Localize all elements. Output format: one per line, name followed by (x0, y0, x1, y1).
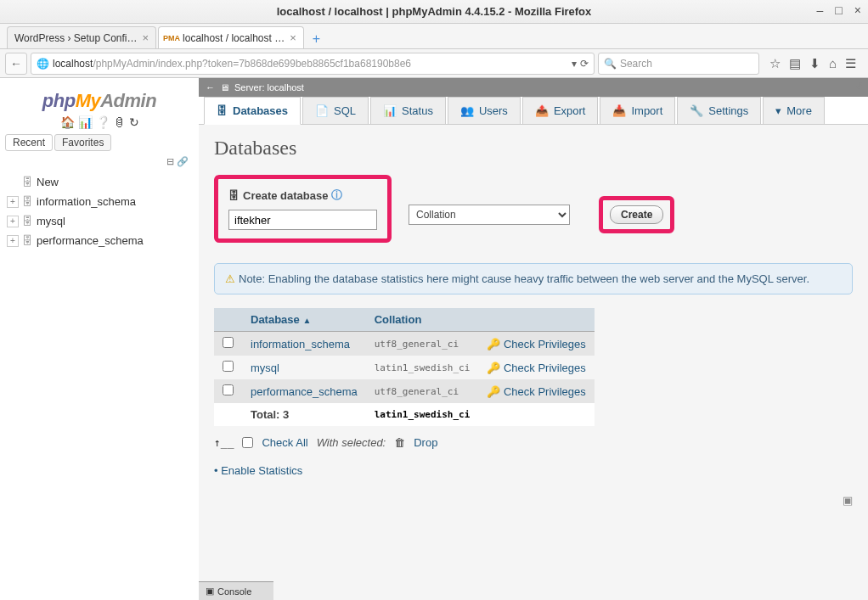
drop-icon: 🗑 (394, 436, 405, 449)
link-icon[interactable]: 🔗 (177, 156, 189, 166)
row-checkbox[interactable] (223, 337, 234, 348)
table-total-row: Total: 3 latin1_swedish_ci (214, 403, 595, 426)
database-new-icon: 🗄 (22, 176, 33, 188)
dropdown-icon[interactable]: ▾ (568, 58, 580, 70)
privileges-icon: 🔑 (487, 385, 500, 398)
total-label: Total: 3 (242, 403, 366, 426)
bookmark-star-icon[interactable]: ☆ (769, 56, 781, 71)
check-privileges-link[interactable]: Check Privileges (504, 338, 586, 350)
expand-icon[interactable]: + (7, 235, 19, 247)
create-database-panel: 🗄 Create database ⓘ (214, 175, 392, 243)
collation-cell: latin1_swedish_ci (366, 356, 479, 379)
server-icon: 🖥 (220, 82, 229, 93)
phpmyadmin-favicon-icon: PMA (166, 32, 178, 44)
tree-item-new[interactable]: 🗄 New (5, 172, 194, 192)
docs-icon[interactable]: ❔ (96, 115, 110, 129)
browser-tab[interactable]: WordPress › Setup Confi… × (7, 26, 156, 48)
tab-import[interactable]: 📥Import (600, 97, 675, 124)
warning-icon: ⚠ (225, 272, 235, 285)
console-expand-icon: ▣ (206, 586, 214, 597)
tab-label: WordPress › Setup Confi… (14, 32, 138, 44)
column-collation[interactable]: Collation (366, 308, 479, 332)
collation-select[interactable]: Collation (409, 205, 570, 225)
bookmark-page-icon[interactable]: ▣ (843, 494, 853, 507)
collapse-icon[interactable]: ⊟ (166, 156, 174, 166)
check-privileges-link[interactable]: Check Privileges (504, 385, 586, 398)
tab-status[interactable]: 📊Status (370, 97, 446, 124)
window-title: localhost / localhost | phpMyAdmin 4.4.1… (277, 5, 592, 18)
check-privileges-link[interactable]: Check Privileges (504, 362, 586, 374)
export-icon: 📤 (535, 104, 549, 117)
database-link[interactable]: mysql (251, 362, 279, 374)
row-checkbox[interactable] (223, 361, 234, 372)
database-icon: 🗄 (22, 215, 33, 227)
expand-icon[interactable]: + (7, 196, 19, 208)
home-icon[interactable]: ⌂ (829, 56, 837, 70)
check-all-link[interactable]: Check All (262, 436, 307, 449)
browser-tab[interactable]: PMA localhost / localhost … × (158, 26, 304, 48)
close-icon[interactable]: × (290, 31, 296, 44)
total-collation: latin1_swedish_ci (366, 403, 479, 426)
window-close-icon[interactable]: × (854, 3, 861, 17)
logout-icon[interactable]: 📊 (78, 115, 93, 129)
sidebar-quick-icons: 🏠 📊 ❔ 🛢 ↻ (5, 115, 194, 129)
downloads-icon[interactable]: ⬇ (809, 56, 820, 71)
import-icon: 📥 (612, 104, 626, 117)
collation-cell: utf8_general_ci (366, 332, 479, 356)
enable-statistics-link[interactable]: Enable Statistics (221, 464, 302, 477)
database-link[interactable]: information_schema (251, 338, 350, 350)
tab-databases[interactable]: 🗄Databases (204, 97, 301, 125)
tab-label: localhost / localhost … (183, 32, 285, 44)
gear-icon: 🔧 (690, 104, 703, 117)
tab-sql[interactable]: 📄SQL (302, 97, 369, 124)
database-add-icon: 🗄 (228, 189, 240, 202)
sort-asc-icon: ▲ (302, 316, 311, 325)
search-icon: 🔍 (604, 58, 617, 70)
url-input[interactable]: 🌐 localhost/phpMyAdmin/index.php?token=7… (31, 53, 595, 75)
privileges-icon: 🔑 (487, 362, 500, 374)
browser-search-input[interactable]: 🔍 Search (598, 53, 759, 75)
check-all-checkbox[interactable] (242, 437, 253, 448)
close-icon[interactable]: × (143, 31, 149, 44)
reload-icon[interactable]: ↻ (129, 115, 139, 129)
window-titlebar: localhost / localhost | phpMyAdmin 4.4.1… (0, 0, 868, 24)
column-database[interactable]: Database ▲ (242, 308, 366, 332)
tab-more[interactable]: ▾More (763, 97, 825, 124)
tree-item-db[interactable]: +🗄 performance_schema (5, 231, 194, 250)
menu-icon[interactable]: ☰ (845, 56, 856, 71)
collapse-sidebar-icon[interactable]: ← (206, 82, 215, 93)
help-icon[interactable]: ⓘ (331, 188, 342, 203)
tab-export[interactable]: 📤Export (522, 97, 599, 124)
tab-users[interactable]: 👥Users (448, 97, 521, 124)
row-checkbox[interactable] (223, 384, 234, 395)
sql-icon[interactable]: 🛢 (114, 115, 126, 129)
library-icon[interactable]: ▤ (789, 56, 801, 71)
tab-settings[interactable]: 🔧Settings (677, 97, 761, 124)
console-toggle[interactable]: ▣ Console (199, 581, 273, 600)
create-button[interactable]: Create (610, 205, 663, 224)
drop-link[interactable]: Drop (414, 436, 437, 449)
reload-icon[interactable]: ⟳ (580, 58, 589, 70)
panel-collapse-icon[interactable]: ⤢ (854, 80, 863, 92)
expand-icon[interactable]: + (7, 216, 19, 227)
tree-item-db[interactable]: +🗄 information_schema (5, 192, 194, 211)
tree-item-db[interactable]: +🗄 mysql (5, 211, 194, 231)
with-selected-label: With selected: (317, 436, 386, 449)
page-title: Databases (214, 137, 853, 160)
back-button[interactable]: ← (5, 53, 27, 75)
new-tab-button[interactable]: + (306, 30, 327, 48)
collation-cell: utf8_general_ci (366, 379, 479, 403)
table-row: performance_schema utf8_general_ci 🔑 Che… (214, 379, 595, 403)
database-link[interactable]: performance_schema (251, 385, 358, 398)
home-icon[interactable]: 🏠 (60, 115, 75, 129)
sql-icon: 📄 (315, 104, 329, 117)
database-name-input[interactable] (228, 210, 377, 230)
table-row: information_schema utf8_general_ci 🔑 Che… (214, 332, 595, 356)
window-minimize-icon[interactable]: – (817, 3, 824, 17)
window-maximize-icon[interactable]: □ (835, 3, 842, 17)
sidebar-tab-favorites[interactable]: Favorites (54, 134, 111, 151)
main-panel: ← 🖥 Server: localhost ⤢ 🗄Databases 📄SQL … (199, 78, 868, 600)
sidebar-tab-recent[interactable]: Recent (5, 134, 53, 151)
url-host: localhost (53, 58, 93, 70)
database-icon: 🗄 (217, 104, 228, 117)
